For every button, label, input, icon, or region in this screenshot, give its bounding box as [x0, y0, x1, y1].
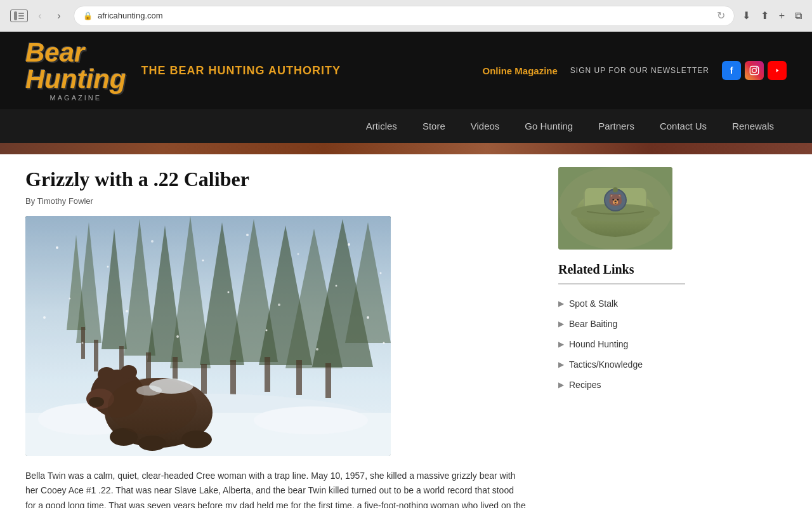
link-label-spot-stalk: Spot & Stalk [569, 298, 618, 309]
sidebar-toggle-button[interactable] [10, 10, 28, 22]
related-link-spot-stalk[interactable]: ▶ Spot & Stalk [558, 293, 685, 314]
svg-rect-0 [14, 11, 17, 20]
svg-point-41 [89, 397, 104, 407]
logo[interactable]: Bear Hunting MAGAZINE [25, 39, 126, 102]
nav-contact-us[interactable]: Contact Us [647, 109, 719, 143]
related-link-tactics[interactable]: ▶ Tactics/Knowledge [558, 354, 685, 375]
sidebar-promo-image[interactable]: 🐻 [558, 167, 672, 250]
related-link-hound-hunting[interactable]: ▶ Hound Hunting [558, 334, 685, 354]
svg-point-53 [298, 253, 299, 255]
browser-actions: ⬇ ⬆ + ⧉ [742, 10, 802, 22]
browser-controls: ‹ › [10, 9, 66, 23]
svg-point-77 [613, 187, 618, 192]
article-body: Bella Twin was a calm, quiet, clear-head… [25, 469, 527, 508]
svg-point-51 [202, 260, 204, 262]
social-icons: f [722, 61, 787, 80]
svg-point-56 [69, 298, 71, 300]
sidebar: 🐻 Related Links ▶ Spot & Stalk ▶ Bear Ba… [546, 154, 685, 508]
lock-icon: 🔒 [83, 11, 93, 20]
svg-point-64 [266, 330, 268, 331]
svg-point-67 [383, 342, 385, 344]
link-label-hound-hunting: Hound Hunting [569, 339, 628, 349]
svg-point-43 [138, 436, 166, 451]
nav-articles[interactable]: Articles [353, 109, 410, 143]
svg-text:🐻: 🐻 [608, 193, 623, 207]
svg-rect-30 [296, 360, 302, 395]
site-header: Bear Hunting MAGAZINE THE BEAR HUNTING A… [0, 32, 812, 109]
svg-point-58 [228, 291, 230, 293]
svg-point-38 [98, 367, 115, 382]
svg-rect-29 [265, 357, 270, 392]
nav-store[interactable]: Store [410, 109, 458, 143]
logo-hunting: Hunting [25, 66, 126, 93]
main-layout: Grizzly with a .22 Caliber By Timothy Fo… [0, 154, 812, 508]
download-icon[interactable]: ⬇ [742, 10, 750, 22]
nav-videos[interactable]: Videos [458, 109, 513, 143]
svg-point-61 [367, 316, 369, 319]
instagram-icon[interactable] [745, 61, 764, 80]
header-top-links: Online Magazine SIGN UP FOR OUR NEWSLETT… [483, 61, 787, 80]
svg-point-6 [756, 67, 757, 69]
youtube-icon[interactable] [768, 61, 787, 80]
article-text: Bella Twin was a calm, quiet, clear-head… [25, 469, 527, 508]
facebook-icon[interactable]: f [722, 61, 741, 80]
back-button[interactable]: ‹ [33, 9, 47, 23]
svg-point-39 [121, 365, 137, 379]
svg-point-52 [246, 234, 249, 236]
svg-point-60 [336, 285, 337, 287]
svg-marker-7 [776, 69, 779, 72]
link-label-tactics: Tactics/Knowledge [569, 359, 643, 370]
link-label-bear-baiting: Bear Baiting [569, 319, 617, 329]
arrow-icon-recipes: ▶ [558, 380, 564, 389]
url-display: africahunting.com [98, 11, 163, 20]
nav-bar: Articles Store Videos Go Hunting Partner… [0, 109, 812, 143]
main-nav: Articles Store Videos Go Hunting Partner… [353, 109, 787, 143]
svg-rect-31 [325, 363, 331, 398]
online-magazine-link[interactable]: Online Magazine [483, 65, 558, 76]
forward-button[interactable]: › [52, 9, 66, 23]
logo-magazine: MAGAZINE [25, 94, 126, 102]
svg-point-47 [136, 385, 162, 396]
tabs-icon[interactable]: ⧉ [795, 10, 802, 22]
header-right: Online Magazine SIGN UP FOR OUR NEWSLETT… [483, 61, 787, 80]
arrow-icon-hound-hunting: ▶ [558, 340, 564, 349]
reload-button[interactable]: ↻ [717, 10, 725, 22]
article-byline: By Timothy Fowler [25, 196, 527, 206]
svg-rect-1 [18, 13, 24, 14]
share-icon[interactable]: ⬆ [761, 10, 769, 22]
related-links-divider [558, 283, 685, 284]
svg-point-63 [176, 335, 179, 338]
svg-rect-23 [94, 340, 98, 371]
svg-point-49 [107, 266, 109, 268]
svg-point-57 [126, 310, 128, 312]
related-link-recipes[interactable]: ▶ Recipes [558, 375, 685, 395]
newsletter-link[interactable]: SIGN UP FOR OUR NEWSLETTER [570, 66, 709, 75]
nav-partners[interactable]: Partners [586, 109, 647, 143]
arrow-icon-bear-baiting: ▶ [558, 319, 564, 328]
logo-bear: Bear [25, 39, 126, 66]
rust-strip [0, 143, 812, 154]
logo-area: Bear Hunting MAGAZINE THE BEAR HUNTING A… [25, 39, 341, 102]
nav-go-hunting[interactable]: Go Hunting [512, 109, 586, 143]
article-title: Grizzly with a .22 Caliber [25, 167, 527, 191]
svg-point-5 [752, 69, 757, 73]
browser-chrome: ‹ › 🔒 africahunting.com ↻ ⬇ ⬆ + ⧉ [0, 0, 812, 32]
nav-renewals[interactable]: Renewals [719, 109, 787, 143]
svg-rect-2 [18, 15, 24, 17]
svg-point-44 [181, 431, 212, 448]
address-bar[interactable]: 🔒 africahunting.com ↻ [74, 6, 735, 26]
new-tab-icon[interactable]: + [779, 10, 785, 22]
svg-point-48 [56, 246, 58, 249]
article-image [25, 216, 391, 456]
svg-rect-3 [18, 18, 24, 19]
link-label-recipes: Recipes [569, 380, 601, 390]
arrow-icon-spot-stalk: ▶ [558, 299, 564, 308]
svg-point-55 [380, 272, 382, 274]
svg-point-66 [43, 316, 46, 319]
svg-point-54 [348, 243, 350, 246]
svg-point-62 [82, 342, 84, 344]
content-area: Grizzly with a .22 Caliber By Timothy Fo… [25, 154, 546, 508]
related-link-bear-baiting[interactable]: ▶ Bear Baiting [558, 314, 685, 334]
svg-point-65 [316, 348, 318, 351]
related-links-section: Related Links ▶ Spot & Stalk ▶ Bear Bait… [558, 262, 685, 395]
